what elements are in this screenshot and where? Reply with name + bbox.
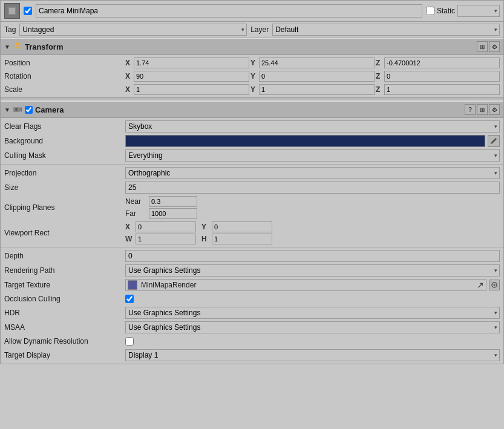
culling-mask-row: Culling Mask Everything ▾	[1, 148, 503, 163]
transform-props: Position X Y Z Rotation X Y Z	[1, 55, 503, 97]
rendering-path-select[interactable]: Use Graphics Settings	[125, 264, 500, 277]
target-display-select[interactable]: Display 1	[125, 349, 500, 361]
vp-w-input[interactable]	[136, 234, 196, 244]
allow-dynamic-checkbox[interactable]	[125, 337, 134, 345]
near-input[interactable]	[149, 196, 197, 207]
viewport-wh-row: W H	[125, 234, 272, 244]
rotation-y-label: Y	[250, 72, 258, 80]
vp-x-input[interactable]	[136, 221, 196, 232]
rendering-path-row: Rendering Path Use Graphics Settings ▾	[1, 263, 503, 278]
clipping-planes-label: Clipping Planes	[4, 203, 125, 212]
target-icon	[491, 282, 497, 288]
depth-value	[125, 250, 500, 262]
vp-h-input[interactable]	[212, 234, 272, 244]
culling-mask-label: Culling Mask	[4, 151, 125, 160]
clipping-planes-value: Near Far	[125, 196, 500, 219]
size-label: Size	[4, 183, 125, 192]
projection-select[interactable]: Orthographic	[125, 167, 500, 179]
camera-settings-btn[interactable]: ⚙	[489, 104, 500, 115]
camera-section-header[interactable]: ▼ Camera ? ⊞ ⚙	[1, 101, 503, 118]
projection-select-wrapper: Orthographic ▾	[125, 167, 500, 179]
viewport-xy-row: X Y	[125, 221, 272, 232]
projection-label: Projection	[4, 169, 125, 177]
position-row: Position X Y Z	[1, 56, 503, 70]
scale-x-input[interactable]	[134, 84, 249, 95]
tag-select[interactable]: Untagged	[19, 24, 247, 36]
svg-point-8	[491, 143, 493, 144]
header-bar: Static ▾	[1, 1, 503, 22]
camera-layout-btn[interactable]: ⊞	[477, 104, 488, 115]
scale-row: Scale X Y Z	[1, 83, 503, 96]
rotation-x-label: X	[125, 72, 133, 80]
position-x-input[interactable]	[134, 57, 249, 68]
rotation-z-input[interactable]	[384, 71, 500, 82]
rotation-y-input[interactable]	[259, 71, 375, 82]
viewport-rect-label: Viewport Rect	[4, 229, 125, 237]
transform-layout-btn[interactable]: ⊞	[477, 41, 488, 52]
scale-label: Scale	[4, 85, 125, 94]
static-dropdown[interactable]	[457, 5, 500, 17]
viewport-rect-value: X Y W H	[125, 221, 500, 244]
scale-y-label: Y	[250, 85, 258, 94]
size-input[interactable]	[125, 182, 500, 194]
active-checkbox[interactable]	[24, 7, 32, 15]
background-color-bar[interactable]	[125, 135, 485, 147]
divider-1	[1, 164, 503, 165]
vp-h-label: H	[201, 235, 210, 243]
clear-flags-select[interactable]: Skybox	[125, 120, 500, 133]
culling-mask-select[interactable]: Everything	[125, 149, 500, 162]
background-label: Background	[4, 137, 125, 145]
size-row: Size	[1, 180, 503, 195]
target-texture-label: Target Texture	[4, 281, 125, 289]
camera-triangle: ▼	[4, 106, 10, 113]
transform-settings-btn[interactable]: ⚙	[489, 41, 500, 52]
allow-dynamic-value	[125, 337, 500, 345]
occlusion-culling-checkbox[interactable]	[125, 295, 134, 303]
depth-row: Depth	[1, 249, 503, 263]
near-label: Near	[125, 197, 146, 206]
size-value	[125, 182, 500, 194]
transform-section-header[interactable]: ▼ Transform ⊞ ⚙	[1, 38, 503, 55]
camera-icon	[13, 105, 22, 114]
position-z-input[interactable]	[384, 57, 500, 68]
projection-row: Projection Orthographic ▾	[1, 166, 503, 180]
rotation-z-label: Z	[376, 72, 383, 80]
texture-thumbnail	[128, 280, 137, 290]
svg-marker-6	[20, 107, 22, 112]
target-texture-wrapper[interactable]: MiniMapaRender ↗	[125, 279, 486, 291]
svg-point-2	[16, 42, 19, 46]
svg-rect-1	[9, 8, 15, 14]
vp-y-input[interactable]	[212, 221, 272, 232]
static-checkbox[interactable]	[426, 7, 434, 15]
scale-xyz: X Y Z	[125, 84, 500, 95]
transform-title: Transform	[25, 42, 474, 51]
depth-input[interactable]	[125, 250, 500, 262]
rotation-x-input[interactable]	[134, 71, 249, 82]
vp-y-label: Y	[201, 223, 210, 231]
vp-x-label: X	[125, 223, 134, 231]
camera-question-btn[interactable]: ?	[465, 104, 476, 115]
object-name-input[interactable]	[36, 4, 422, 18]
position-y-input[interactable]	[259, 57, 375, 68]
divider-2	[1, 247, 503, 247]
scale-z-label: Z	[376, 85, 383, 94]
background-eyedropper-btn[interactable]	[488, 135, 500, 147]
layer-select[interactable]: Default	[272, 24, 500, 36]
camera-header-btns: ? ⊞ ⚙	[465, 104, 500, 115]
msaa-label: MSAA	[4, 323, 125, 332]
texture-select-btn[interactable]	[489, 280, 500, 290]
target-display-row: Target Display Display 1 ▾	[1, 348, 503, 362]
camera-title: Camera	[35, 105, 462, 114]
rendering-path-select-wrapper: Use Graphics Settings ▾	[125, 264, 500, 277]
scale-z-input[interactable]	[384, 84, 500, 95]
scale-y-input[interactable]	[259, 84, 375, 95]
allow-dynamic-row: Allow Dynamic Resolution	[1, 335, 503, 348]
allow-dynamic-label: Allow Dynamic Resolution	[4, 337, 125, 345]
tag-layer-row: Tag Untagged ▾ Layer Default ▾	[1, 22, 503, 38]
msaa-select[interactable]: Use Graphics Settings	[125, 321, 500, 333]
hdr-select[interactable]: Use Graphics Settings	[125, 307, 500, 319]
static-label: Static	[437, 7, 455, 15]
camera-enable-checkbox[interactable]	[25, 106, 33, 114]
far-input[interactable]	[149, 208, 197, 219]
eyedropper-icon	[490, 137, 497, 145]
